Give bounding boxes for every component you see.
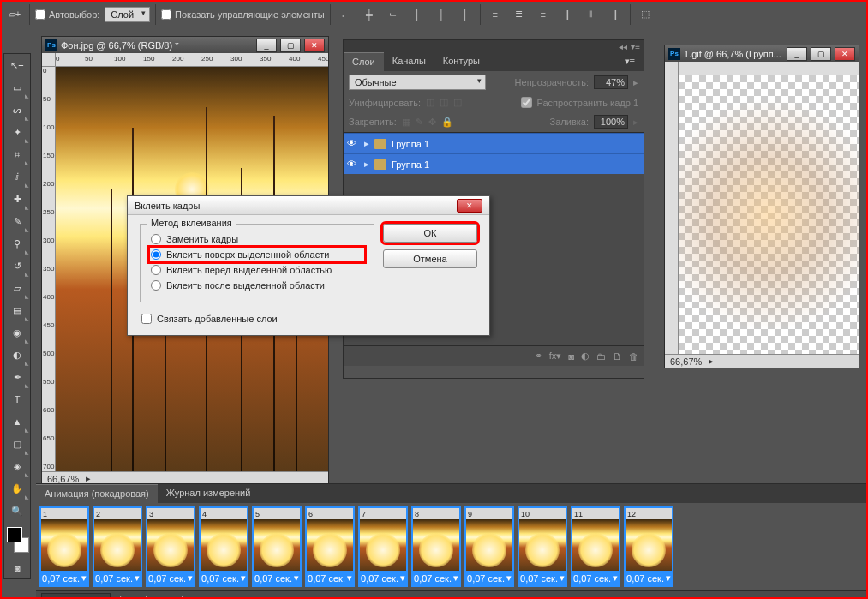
tab-layers[interactable]: Слои: [344, 52, 384, 71]
layer-name[interactable]: Группа 1: [392, 159, 429, 170]
distribute-vcenter-icon[interactable]: ≣: [510, 5, 529, 24]
marquee-tool-icon[interactable]: ▭: [4, 76, 30, 99]
close-button[interactable]: ✕: [835, 47, 855, 61]
show-controls-checkbox[interactable]: Показать управляющие элементы: [161, 9, 325, 20]
link-layers-icon[interactable]: ⚭: [535, 350, 542, 362]
ruler-vertical[interactable]: 0501001502002503003504004505005506006507…: [42, 67, 56, 471]
minimize-button[interactable]: _: [787, 47, 807, 61]
doc1-titlebar[interactable]: Ps Фон.jpg @ 66,7% (RGB/8) * _ ▢ ✕: [42, 37, 328, 53]
unify-style-icon[interactable]: ◫: [453, 97, 462, 108]
move-tool-icon[interactable]: ↖+: [4, 54, 30, 76]
dialog-close-button[interactable]: ✕: [457, 199, 482, 213]
tab-animation[interactable]: Анимация (покадровая): [36, 484, 158, 503]
frame[interactable]: 90,07 сек.▾: [464, 506, 514, 587]
hand-tool-icon[interactable]: ✋: [4, 477, 30, 500]
frame-delay[interactable]: 0,07 сек.▾: [308, 571, 352, 585]
doc2-canvas[interactable]: [679, 75, 859, 354]
unify-visibility-icon[interactable]: ◫: [440, 97, 448, 108]
panel-drag-bar[interactable]: ◂◂▾≡: [344, 40, 644, 52]
frame[interactable]: 70,07 сек.▾: [358, 506, 408, 587]
move-tool-preset-icon[interactable]: ▱+: [5, 5, 24, 24]
layer-name[interactable]: Группа 1: [392, 139, 429, 149]
ruler-vertical[interactable]: [665, 75, 679, 354]
frame-delay[interactable]: 0,07 сек.▾: [148, 571, 193, 585]
doc2-zoom[interactable]: 66,67%: [670, 356, 702, 367]
distribute-hcenter-icon[interactable]: ⦀: [582, 5, 601, 24]
frame-delay[interactable]: 0,07 сек.▾: [361, 571, 405, 585]
distribute-right-icon[interactable]: ‖: [606, 5, 625, 24]
align-right-icon[interactable]: ┤: [456, 5, 475, 24]
heal-tool-icon[interactable]: ✚: [4, 188, 30, 210]
tab-channels[interactable]: Каналы: [384, 52, 434, 71]
maximize-button[interactable]: ▢: [811, 47, 831, 61]
lock-image-icon[interactable]: ✎: [416, 117, 423, 128]
align-bottom-icon[interactable]: ⌙: [384, 5, 403, 24]
new-layer-icon[interactable]: 🗋: [613, 351, 622, 362]
dialog-titlebar[interactable]: Вклеить кадры ✕: [128, 196, 489, 215]
collapse-icon[interactable]: ◂◂: [619, 42, 627, 51]
frame-delay[interactable]: 0,07 сек.▾: [201, 571, 246, 585]
frame-delay[interactable]: 0,07 сек.▾: [42, 571, 87, 585]
align-top-icon[interactable]: ⌐: [336, 5, 355, 24]
align-vcenter-icon[interactable]: ╪: [360, 5, 379, 24]
chevron-down-icon[interactable]: ▸: [633, 117, 638, 128]
frame-delay[interactable]: 0,07 сек.▾: [626, 571, 671, 585]
frame[interactable]: 60,07 сек.▾: [305, 506, 355, 587]
panel-menu-icon[interactable]: ▾≡: [616, 52, 644, 71]
zoom-tool-icon[interactable]: 🔍: [4, 500, 30, 522]
frame-delay[interactable]: 0,07 сек.▾: [95, 571, 140, 585]
quick-select-tool-icon[interactable]: ✦: [4, 121, 30, 143]
distribute-bottom-icon[interactable]: ≡: [534, 5, 553, 24]
adjustment-layer-icon[interactable]: ◐: [581, 350, 590, 362]
frame-delay[interactable]: 0,07 сек.▾: [467, 571, 512, 585]
frame[interactable]: 10,07 сек.▾: [39, 506, 89, 587]
dodge-tool-icon[interactable]: ◐: [4, 344, 30, 366]
type-tool-icon[interactable]: T: [4, 388, 30, 410]
ok-button[interactable]: ОК: [383, 224, 477, 243]
ruler-horizontal[interactable]: [679, 62, 859, 75]
frame-delay[interactable]: 0,07 сек.▾: [573, 571, 618, 585]
blend-mode-dropdown[interactable]: Обычные: [349, 75, 486, 90]
frame[interactable]: 40,07 сек.▾: [199, 506, 248, 587]
frame-delay[interactable]: 0,07 сек.▾: [414, 571, 458, 585]
doc1-zoom[interactable]: 66,67%: [47, 474, 79, 484]
history-brush-tool-icon[interactable]: ↺: [4, 255, 30, 277]
tab-measurement-log[interactable]: Журнал измерений: [158, 484, 260, 503]
auto-align-icon[interactable]: ⬚: [636, 5, 655, 24]
tab-paths[interactable]: Контуры: [434, 52, 488, 71]
unify-position-icon[interactable]: ◫: [426, 97, 434, 108]
gradient-tool-icon[interactable]: ▤: [4, 299, 30, 321]
ruler-horizontal[interactable]: 050100150200250300350400450: [56, 53, 328, 67]
tween-button[interactable]: ⋯: [198, 594, 213, 600]
radio-paste-before[interactable]: Вклеить перед выделенной областью: [149, 262, 365, 278]
expand-icon[interactable]: ▸: [364, 159, 369, 170]
quick-mask-icon[interactable]: ◙: [4, 558, 30, 578]
expand-icon[interactable]: ▸: [364, 138, 369, 149]
frame[interactable]: 50,07 сек.▾: [252, 506, 302, 587]
maximize-button[interactable]: ▢: [280, 39, 301, 52]
frame-delay[interactable]: 0,07 сек.▾: [254, 571, 299, 585]
eraser-tool-icon[interactable]: ▱: [4, 277, 30, 299]
opacity-input[interactable]: [594, 75, 628, 89]
close-button[interactable]: ✕: [304, 39, 325, 52]
layer-style-icon[interactable]: fx▾: [549, 350, 562, 362]
link-added-layers-checkbox[interactable]: Связать добавленные слои: [140, 311, 374, 326]
layer-mask-icon[interactable]: ◙: [568, 351, 574, 362]
autoselect-checkbox[interactable]: Автовыбор:: [35, 9, 99, 20]
loop-mode-dropdown[interactable]: Постоянно: [41, 593, 111, 600]
blur-tool-icon[interactable]: ◉: [4, 321, 30, 344]
align-left-icon[interactable]: ├: [408, 5, 427, 24]
3d-tool-icon[interactable]: ◈: [4, 455, 30, 477]
first-frame-button[interactable]: |◂: [116, 594, 131, 600]
prev-frame-button[interactable]: ◂|: [136, 594, 152, 600]
cancel-button[interactable]: Отмена: [383, 249, 477, 268]
autoselect-dropdown[interactable]: Слой: [105, 7, 150, 22]
next-frame-button[interactable]: |▸: [177, 594, 193, 600]
stamp-tool-icon[interactable]: ⚲: [4, 232, 30, 255]
frame[interactable]: 20,07 сек.▾: [93, 506, 142, 587]
delete-frame-button[interactable]: 🗑: [239, 594, 254, 600]
frame[interactable]: 100,07 сек.▾: [518, 506, 567, 587]
new-frame-button[interactable]: 🗋: [218, 594, 234, 600]
align-hcenter-icon[interactable]: ┼: [432, 5, 451, 24]
distribute-left-icon[interactable]: ‖: [558, 5, 577, 24]
